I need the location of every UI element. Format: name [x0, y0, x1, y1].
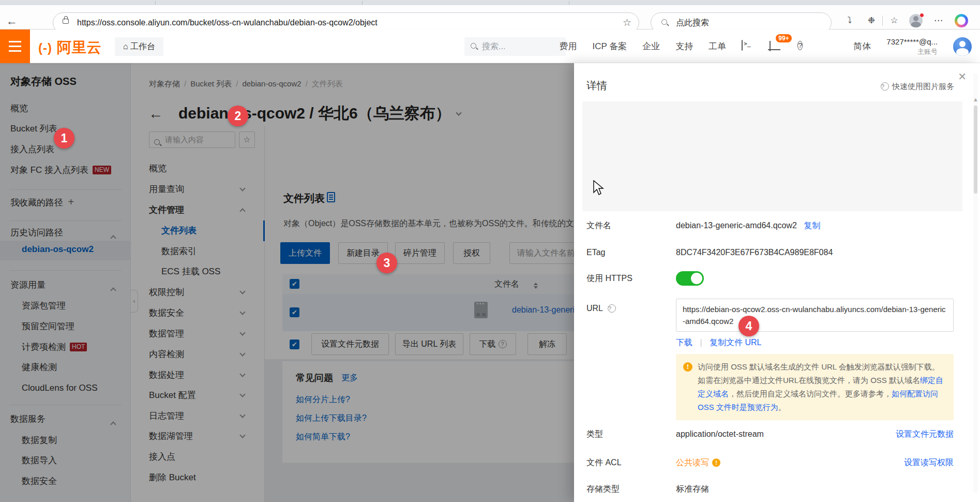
set-metadata-link[interactable]: 设置文件元数据	[896, 427, 954, 441]
file-preview-area	[582, 101, 962, 211]
nav-icp[interactable]: ICP 备案	[593, 40, 627, 52]
account-info[interactable]: 7327*****@q... 主账号	[886, 37, 938, 56]
copilot-icon[interactable]	[955, 14, 968, 27]
filename-label: 文件名	[586, 218, 611, 233]
drawer-scrollbar[interactable]: ▲	[973, 73, 978, 493]
extensions-icon[interactable]: ❉	[865, 14, 878, 27]
scrollbar-thumb[interactable]	[974, 106, 977, 194]
help-icon: ?	[608, 304, 616, 313]
assistant-icon[interactable]	[825, 40, 838, 53]
cloudshell-icon[interactable]	[742, 40, 754, 53]
workbench-button[interactable]: ⌂ 工作台	[115, 37, 163, 56]
mouse-cursor	[593, 180, 604, 196]
url-actions: 下载 | 复制文件 URL	[676, 335, 762, 350]
copy-file-url-link[interactable]: 复制文件 URL	[710, 338, 761, 347]
link-divider: |	[700, 338, 702, 347]
send-to-icon[interactable]: ⤵	[843, 14, 856, 27]
url-warning-note: ! 访问使用 OSS 默认域名生成的文件 URL 会触发浏览器默认强制下载。如需…	[676, 354, 954, 420]
browser-toolbar: ← ↻ https://oss.console.aliyun.com/bucke…	[0, 5, 980, 29]
console-header: (-) 阿里云 ⌂ 工作台 搜索... 费用 ICP 备案 企业 支持 工单 9…	[0, 29, 980, 63]
browser-back-icon[interactable]: ←	[4, 13, 20, 29]
storage-class-value: 标准存储	[676, 482, 709, 496]
type-value: application/octet-stream	[676, 427, 764, 441]
acl-warning-icon: !	[712, 459, 720, 467]
product-menu-button[interactable]	[0, 29, 30, 63]
nav-tickets[interactable]: 工单	[708, 40, 726, 52]
annotation-circle-1: 1	[54, 128, 74, 149]
help-icon: ?	[881, 82, 889, 91]
account-type: 主账号	[886, 47, 938, 56]
console-search-input[interactable]: 搜索...	[464, 37, 566, 56]
search-icon	[661, 19, 669, 28]
annotation-circle-3: 3	[376, 253, 397, 273]
drawer-backdrop[interactable]	[0, 63, 574, 502]
filename-value: debian-13-generic-amd64.qcow2 复制	[676, 218, 820, 233]
language-switch[interactable]: 简体	[853, 40, 871, 52]
browser-tab-strip	[0, 0, 980, 5]
nav-billing[interactable]: 费用	[560, 40, 577, 52]
etag-value: 8DC74F3420F3E67F673B4CA989E8F084	[676, 245, 833, 260]
warning-icon: !	[683, 362, 692, 372]
etag-label: ETag	[586, 245, 605, 260]
download-link[interactable]: 下载	[676, 338, 692, 347]
aliyun-logo[interactable]: (-) 阿里云	[38, 38, 102, 57]
notification-count-badge: 99+	[776, 34, 791, 42]
scroll-up-icon[interactable]: ▲	[973, 96, 978, 102]
set-acl-link[interactable]: 设置读写权限	[904, 455, 954, 470]
profile-notification-dot	[919, 13, 924, 18]
https-label: 使用 HTTPS	[586, 271, 632, 286]
close-icon[interactable]: ✕	[958, 70, 967, 83]
screen: ← ↻ https://oss.console.aliyun.com/bucke…	[0, 0, 980, 502]
url-label: URL ?	[586, 301, 616, 316]
account-avatar[interactable]	[953, 37, 972, 56]
acl-label: 文件 ACL	[586, 455, 622, 470]
lock-icon	[63, 19, 69, 24]
annotation-circle-4: 4	[738, 316, 759, 336]
https-toggle[interactable]	[676, 271, 704, 286]
storage-class-label: 存储类型	[586, 482, 620, 496]
help-icon[interactable]: ?	[797, 40, 810, 53]
details-drawer: 详情 ✕ ?快速使用图片服务 文件名 debian-13-generic-amd…	[574, 63, 980, 502]
favorites-bar-icon[interactable]: ☆︎	[887, 14, 901, 27]
nav-enterprise[interactable]: 企业	[642, 40, 660, 52]
copy-filename-link[interactable]: 复制	[804, 221, 820, 230]
notifications-bell-icon[interactable]: 99+	[770, 40, 782, 53]
quick-image-service-link[interactable]: ?快速使用图片服务	[881, 82, 954, 92]
account-id: 7327*****@q...	[886, 37, 938, 47]
toolbar-divider	[882, 16, 883, 26]
browser-menu-icon[interactable]: ⋯	[932, 14, 945, 27]
url-value-box[interactable]: https://debian-os-qcow2.oss-cn-wulanchab…	[676, 299, 954, 332]
nav-support[interactable]: 支持	[675, 40, 693, 52]
annotation-circle-2: 2	[228, 106, 248, 126]
acl-value[interactable]: 公共读写!	[676, 455, 720, 470]
drawer-title: 详情	[586, 79, 607, 93]
type-label: 类型	[586, 427, 603, 441]
